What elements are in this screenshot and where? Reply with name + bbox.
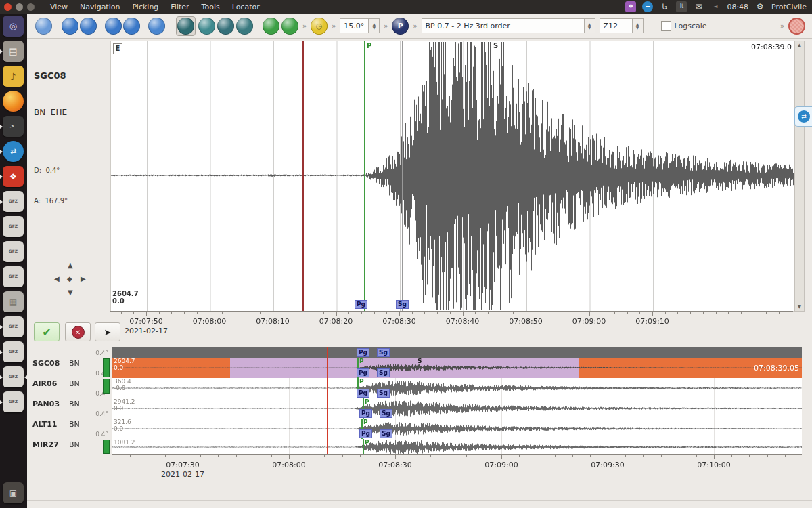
input-method-icon[interactable]: It (676, 1, 687, 12)
files-icon[interactable]: ▤ (3, 41, 24, 62)
media-player-icon[interactable]: ❖ (3, 166, 24, 187)
toolbar-button-2-icon[interactable] (62, 18, 78, 35)
indicator-applet-icon[interactable]: ❖ (625, 1, 636, 12)
sg-pick-label[interactable]: Sg (377, 348, 390, 357)
toolbar-button-1-icon[interactable] (35, 18, 52, 35)
toolbar-button-6-icon[interactable] (148, 18, 165, 35)
username[interactable]: ProtCivile (771, 3, 807, 12)
toolbar-button-4-icon[interactable] (105, 18, 122, 35)
menu-filter[interactable]: Filter (171, 3, 189, 12)
p-marker-label[interactable]: P (363, 419, 368, 425)
scroll-down-icon[interactable]: ▼ (795, 304, 804, 310)
nav-left-icon[interactable]: ◀ (54, 275, 60, 282)
teamviewer-tray-icon[interactable]: − (642, 1, 653, 12)
sg-pick-label[interactable]: Sg (380, 409, 392, 418)
menu-tools[interactable]: Tools (202, 3, 220, 12)
row-station-code[interactable]: SGC08 (32, 359, 60, 368)
angle-spinbox[interactable]: 15.0° ▲▼ (340, 18, 380, 33)
toolbar-overflow-icon[interactable]: » (780, 22, 784, 30)
toolbar-button-3-icon[interactable] (80, 18, 97, 35)
spinner-arrows-icon[interactable]: ▲▼ (368, 19, 379, 33)
menu-picking[interactable]: Picking (132, 3, 158, 12)
nav-down-icon[interactable]: ▼ (68, 289, 73, 296)
toolbar-button-9-icon[interactable] (217, 18, 234, 35)
pg-pick-label[interactable]: Pg (357, 348, 369, 357)
toolbar-button-7-icon[interactable] (177, 18, 194, 35)
session-gear-icon[interactable]: ⚙ (754, 1, 765, 12)
p-marker-line[interactable] (364, 41, 365, 311)
gfz-document-icon[interactable]: GFZ (3, 266, 24, 287)
gfz-document-icon[interactable]: GFZ (3, 316, 24, 337)
filter-combobox[interactable]: BP 0.7 - 2 Hz 3rd order ▲▼ (422, 18, 595, 33)
overview-row-alt11[interactable]: 321.60.0PPgSg (112, 419, 802, 440)
keyboard-indicator-icon[interactable]: t₁ (659, 1, 670, 12)
checkbox-icon[interactable] (661, 21, 671, 31)
menu-view[interactable]: View (50, 3, 68, 12)
time-window-button[interactable]: ◷ (311, 18, 328, 35)
confirm-pick-button[interactable]: ✔ (34, 322, 60, 341)
toolbar-button-5-icon[interactable] (123, 18, 140, 35)
dash-home-icon[interactable]: ◎ (3, 16, 24, 37)
gfz-document-icon[interactable]: GFZ (3, 341, 24, 362)
window-minimize-button[interactable] (16, 3, 23, 11)
gfz-document-icon[interactable]: GFZ (3, 216, 24, 237)
sg-pick-label[interactable]: Sg (380, 429, 392, 438)
sg-pick-label[interactable]: Sg (396, 300, 409, 309)
pg-pick-label[interactable]: Pg (359, 429, 372, 438)
gfz-document-icon[interactable]: GFZ (3, 366, 24, 387)
p-marker-label[interactable]: P (365, 439, 369, 446)
seismogram-view[interactable]: P S Pg Sg E 07:08:39.0 2604.7 0.0 (110, 41, 794, 312)
sg-pick-label[interactable]: Sg (377, 368, 390, 377)
toolbar-button-10-icon[interactable] (236, 18, 253, 35)
row-station-code[interactable]: AIR06 (32, 379, 57, 388)
archive-icon[interactable]: ▦ (3, 291, 24, 312)
toolbar-button-8-icon[interactable] (198, 18, 215, 35)
clock[interactable]: 08:48 (727, 3, 748, 12)
channel-combobox[interactable]: Z12 ▲▼ (600, 18, 644, 33)
terminal-icon[interactable]: >_ (3, 116, 24, 137)
gfz-document-icon[interactable]: GFZ (3, 191, 24, 212)
pg-pick-label[interactable]: Pg (359, 409, 372, 418)
p-marker-label[interactable]: P (359, 378, 364, 385)
pg-pick-label[interactable]: Pg (357, 389, 369, 398)
vertical-scrollbar[interactable]: ▲ ▼ (794, 41, 805, 312)
spinner-arrows-icon[interactable]: ▲▼ (632, 19, 643, 33)
overview-row-mir27[interactable]: 1081.2P (112, 439, 802, 454)
firefox-icon[interactable] (3, 91, 24, 112)
p-marker-label[interactable]: P (367, 42, 371, 49)
pick-p-button[interactable]: P (392, 18, 409, 35)
overview-row-sgc08[interactable]: 2604.70.0PSPgSg07:08:39.05 (112, 358, 802, 378)
mail-icon[interactable]: ✉ (693, 1, 704, 12)
sg-pick-label[interactable]: Sg (377, 389, 390, 398)
apply-picks-button[interactable]: ➤ (95, 322, 120, 341)
overview-traces[interactable]: Pg Sg 2604.70.0PSPgSg07:08:39.05360.4-0.… (112, 347, 802, 454)
nav-right-icon[interactable]: ▶ (81, 275, 86, 282)
scroll-up-icon[interactable]: ▲ (795, 43, 804, 48)
window-close-button[interactable] (4, 3, 12, 11)
p-marker-label[interactable]: P (359, 358, 364, 364)
gfz-document-icon[interactable]: GFZ (3, 391, 24, 412)
menu-navigation[interactable]: Navigation (80, 3, 120, 12)
p-marker-label[interactable]: P (365, 398, 369, 405)
nav-center-icon[interactable]: ◆ (67, 275, 72, 282)
s-marker-label[interactable]: S (418, 358, 422, 364)
gfz-document-icon[interactable]: GFZ (3, 241, 24, 262)
row-station-code[interactable]: ALT11 (32, 420, 58, 429)
trash-icon[interactable]: ▣ (3, 482, 24, 503)
teamviewer-icon[interactable]: ⇄ (3, 141, 24, 162)
spinner-arrows-icon[interactable]: ▲▼ (584, 19, 595, 33)
music-app-icon[interactable]: ♪ (3, 66, 24, 87)
menu-locator[interactable]: Locator (232, 3, 260, 12)
reject-pick-button[interactable]: ✕ (65, 322, 91, 341)
row-station-code[interactable]: PAN03 (32, 400, 60, 408)
logscale-checkbox[interactable]: Logscale (661, 21, 707, 31)
delete-pick-button[interactable] (788, 18, 805, 35)
s-marker-line[interactable] (499, 41, 499, 311)
overview-row-air06[interactable]: 360.4-0.0PPgSg (112, 378, 802, 399)
overview-row-pan03[interactable]: 2941.20.0PPgSg (112, 398, 802, 419)
window-maximize-button[interactable] (27, 3, 35, 11)
row-station-code[interactable]: MIR27 (32, 440, 59, 449)
sg-marker-line[interactable] (402, 41, 403, 311)
teamviewer-side-tab[interactable]: ⇄ (794, 106, 812, 127)
volume-icon[interactable]: ◄ (710, 1, 721, 12)
